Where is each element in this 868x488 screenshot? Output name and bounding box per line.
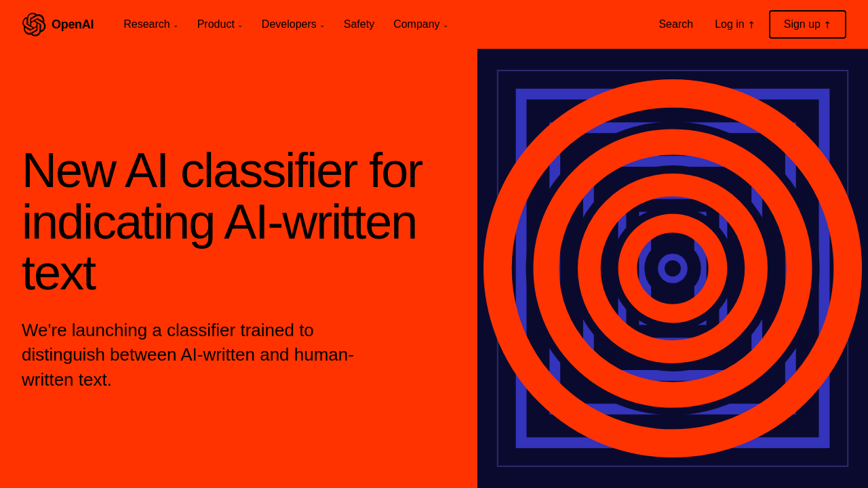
nav-item-product[interactable]: Product ⌄ bbox=[189, 13, 251, 36]
search-button[interactable]: Search bbox=[650, 13, 701, 36]
hero-section: New AI classifier for indicating AI-writ… bbox=[0, 49, 868, 488]
chevron-down-icon: ⌄ bbox=[443, 21, 448, 28]
hero-content: New AI classifier for indicating AI-writ… bbox=[0, 49, 477, 488]
nav-item-research[interactable]: Research ⌄ bbox=[115, 13, 186, 36]
nav-item-developers[interactable]: Developers ⌄ bbox=[254, 13, 333, 36]
nav-left: OpenAI Research ⌄ Product ⌄ Developers ⌄… bbox=[22, 12, 456, 37]
openai-logo-icon bbox=[22, 12, 46, 37]
external-link-icon: ↗ bbox=[745, 18, 758, 31]
hero-image bbox=[477, 49, 868, 488]
chevron-down-icon: ⌄ bbox=[173, 21, 178, 28]
navbar: OpenAI Research ⌄ Product ⌄ Developers ⌄… bbox=[0, 0, 868, 49]
chevron-down-icon: ⌄ bbox=[319, 21, 325, 28]
hero-title: New AI classifier for indicating AI-writ… bbox=[22, 145, 456, 299]
nav-links: Research ⌄ Product ⌄ Developers ⌄ Safety… bbox=[115, 13, 456, 36]
chevron-down-icon: ⌄ bbox=[237, 21, 243, 28]
logo-text: OpenAI bbox=[52, 18, 94, 32]
abstract-art bbox=[477, 49, 868, 488]
logo[interactable]: OpenAI bbox=[22, 12, 94, 37]
nav-item-company[interactable]: Company ⌄ bbox=[385, 13, 456, 36]
signup-button[interactable]: Sign up ↗ bbox=[769, 10, 846, 39]
external-link-icon: ↗ bbox=[821, 18, 834, 31]
hero-subtitle: We're launching a classifier trained to … bbox=[22, 318, 374, 392]
svg-point-21 bbox=[665, 260, 681, 277]
login-button[interactable]: Log in ↗ bbox=[707, 13, 764, 36]
nav-right: Search Log in ↗ Sign up ↗ bbox=[650, 10, 846, 39]
art-container bbox=[477, 49, 868, 488]
nav-item-safety[interactable]: Safety bbox=[336, 13, 382, 36]
